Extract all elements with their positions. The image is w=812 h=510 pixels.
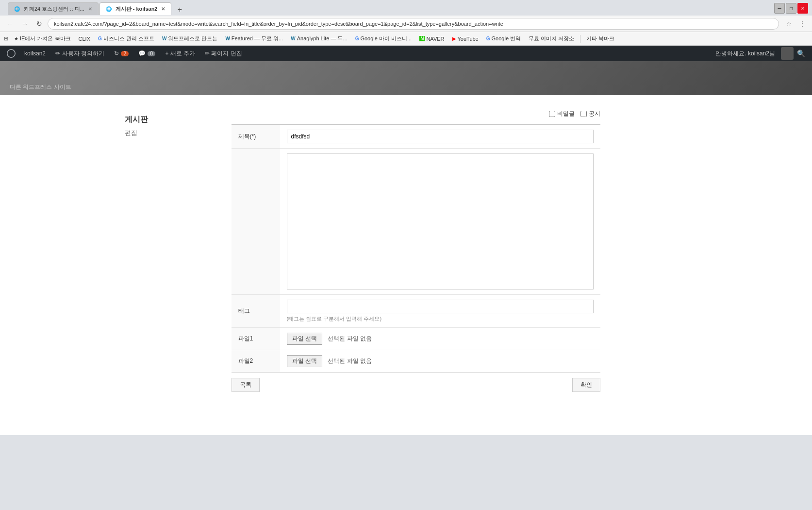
form-options: 비밀글 공지	[232, 110, 600, 118]
notice-checkbox-label[interactable]: 공지	[580, 110, 600, 118]
updates-icon: ↻	[114, 50, 119, 57]
tag-row: 태그 (태그는 쉼표로 구분해서 입력해 주세요)	[232, 295, 600, 328]
list-button[interactable]: 목록	[232, 378, 260, 392]
wp-icon3: W	[291, 36, 295, 41]
form-table: 제목(*)	[232, 124, 600, 373]
notice-checkbox[interactable]	[580, 111, 587, 117]
file1-label: 파일1	[238, 335, 253, 342]
maximize-button[interactable]: □	[786, 3, 796, 14]
close-button[interactable]: ✕	[797, 3, 808, 14]
wp-edit-link[interactable]: ✏ 페이지 편집	[201, 46, 246, 61]
tag-input[interactable]	[287, 300, 594, 313]
bookmark-featured[interactable]: W Featured — 무료 워...	[222, 34, 286, 43]
bookmark-google-biz-label: 비즈니스 관리 소프트	[103, 35, 154, 42]
tab1-close[interactable]: ✕	[88, 6, 92, 12]
bookmark-anaglyph[interactable]: W Anaglyph Lite — 두...	[288, 34, 350, 43]
secret-checkbox-label[interactable]: 비밀글	[549, 110, 575, 118]
google-icon: G	[98, 36, 102, 41]
title-input[interactable]	[287, 130, 594, 143]
tab-inactive[interactable]: 🌐 카페24 호스팅센터 :: 디... ✕	[8, 2, 99, 15]
bookmark-clix-label: CLIX	[79, 36, 90, 42]
tab-active[interactable]: 🌐 게시판 - koilsan2 ✕	[99, 2, 172, 15]
file1-no-file: 선택된 파일 없음	[328, 335, 372, 342]
wp-updates-link[interactable]: ↻ 2	[110, 46, 133, 61]
bookmark-ie-label: IE에서 가져온 북마크	[20, 35, 71, 42]
board-container: 게시판 편집 비밀글 공지	[115, 110, 697, 397]
naver-icon: N	[419, 36, 425, 41]
confirm-button[interactable]: 확인	[572, 378, 600, 392]
bookmark-google-biz[interactable]: G 비즈니스 관리 소프트	[95, 34, 157, 43]
wp-site-link[interactable]: koilsan2	[20, 46, 50, 61]
tag-th: 태그	[232, 295, 280, 328]
wp-customize-label: ✏	[55, 50, 60, 57]
address-bar[interactable]	[48, 18, 779, 30]
google-icon3: G	[486, 36, 490, 41]
wp-avatar	[781, 47, 794, 60]
wp-new-link[interactable]: + 새로 추가	[161, 46, 199, 61]
bookmark-google-translate-label: Google 번역	[492, 35, 521, 42]
bookmark-other[interactable]: 기타 북마크	[583, 34, 617, 43]
site-subtitle: 다른 워드프레스 사이트	[10, 83, 71, 91]
reload-button[interactable]: ↻	[33, 17, 46, 30]
board-sidebar: 게시판 편집	[125, 110, 222, 397]
page-content: 게시판 편집 비밀글 공지	[0, 95, 812, 435]
bookmark-clix[interactable]: CLIX	[76, 35, 93, 43]
bookmark-ie[interactable]: ★ IE에서 가져온 북마크	[11, 34, 74, 43]
content-row	[232, 149, 600, 295]
secret-checkbox[interactable]	[549, 111, 555, 117]
title-bar: 🌐 카페24 호스팅센터 :: 디... ✕ 🌐 게시판 - koilsan2 …	[0, 0, 812, 16]
bookmark-images[interactable]: 무료 이미지 저장소	[526, 34, 577, 43]
notice-label: 공지	[589, 110, 600, 118]
wp-comments-link[interactable]: 💬 0	[134, 46, 159, 61]
file2-choose-button[interactable]: 파일 선택	[287, 355, 322, 367]
bookmark-youtube[interactable]: ▶ YouTube	[449, 35, 481, 43]
comments-icon: 💬	[138, 50, 146, 57]
wp-logo[interactable]	[4, 46, 18, 61]
form-bottom: 목록 확인	[232, 373, 600, 397]
board-form: 비밀글 공지 제목(*)	[232, 110, 600, 397]
bookmark-google-translate[interactable]: G Google 번역	[483, 34, 524, 43]
board-title: 게시판	[125, 115, 222, 125]
wp-site-name: koilsan2	[24, 50, 46, 57]
file2-th: 파일2	[232, 350, 280, 373]
tab1-favicon: 🌐	[14, 6, 20, 12]
wp-icon2: W	[225, 36, 230, 41]
wp-customize-link[interactable]: ✏ 사용자 정의하기	[51, 46, 108, 61]
youtube-icon: ▶	[452, 36, 456, 41]
tag-label: 태그	[238, 307, 250, 314]
board-subtitle: 편집	[125, 129, 222, 137]
file1-td: 파일 선택 선택된 파일 없음	[280, 328, 600, 350]
content-td	[280, 149, 600, 295]
file2-no-file: 선택된 파일 없음	[328, 357, 372, 364]
site-header: 다른 워드프레스 사이트	[0, 61, 812, 95]
bookmark-featured-label: Featured — 무료 워...	[232, 35, 283, 42]
bookmark-google-my-label: Google 마이 비즈니...	[360, 35, 412, 42]
wp-admin-bar: koilsan2 ✏ 사용자 정의하기 ↻ 2 💬 0 + 새로 추가 ✏ 페이…	[0, 46, 812, 61]
file1-choose-button[interactable]: 파일 선택	[287, 333, 322, 345]
forward-button[interactable]: →	[18, 17, 31, 30]
tab2-close[interactable]: ✕	[161, 6, 165, 12]
wp-search-button[interactable]: 🔍	[794, 46, 808, 61]
file1-th: 파일1	[232, 328, 280, 350]
wp-admin-right: 안녕하세요. koilsan2님 🔍	[712, 46, 808, 61]
title-label: 제목(*)	[238, 133, 256, 140]
content-editor[interactable]	[287, 153, 594, 289]
bookmark-star-icon[interactable]: ☆	[783, 18, 795, 30]
title-th: 제목(*)	[232, 124, 280, 149]
wp-new-label: + 새로 추가	[165, 50, 195, 58]
minimize-button[interactable]: ─	[774, 3, 785, 14]
wp-customize-text: 사용자 정의하기	[62, 50, 104, 58]
tag-td: (태그는 쉼표로 구분해서 입력해 주세요)	[280, 295, 600, 328]
back-button[interactable]: ←	[4, 17, 17, 30]
title-row: 제목(*)	[232, 124, 600, 149]
settings-icon[interactable]: ⋮	[796, 18, 808, 30]
bookmark-google-my[interactable]: G Google 마이 비즈니...	[352, 34, 415, 43]
new-tab-button[interactable]: +	[173, 4, 186, 15]
bookmark-naver[interactable]: N NAVER	[416, 35, 447, 43]
wp-icon1: W	[162, 36, 166, 41]
wp-edit-label: ✏ 페이지 편집	[205, 50, 242, 58]
bookmark-naver-label: NAVER	[426, 36, 444, 42]
apps-icon[interactable]: ⊞	[4, 35, 8, 42]
bookmark-wordpress1[interactable]: W 워드프레스로 만드는	[159, 34, 221, 43]
tab1-label: 카페24 호스팅센터 :: 디...	[24, 5, 84, 13]
